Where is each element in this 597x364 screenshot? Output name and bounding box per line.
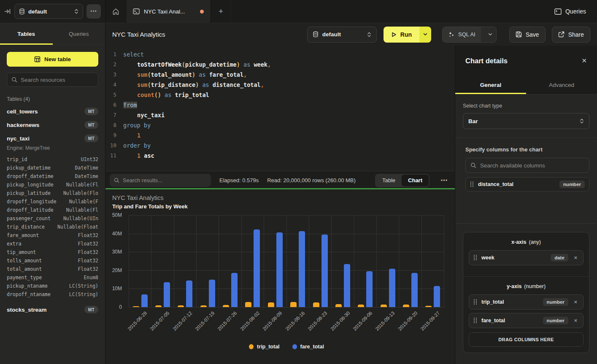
trip_total-bar[interactable]: [335, 304, 342, 307]
table-column-row: passenger_countNullable(UIn: [7, 214, 98, 223]
chip-name: trip_total: [481, 299, 539, 305]
column-name: pickup_datetime: [7, 164, 51, 172]
database-icon: [19, 8, 25, 15]
column-type: Enum8: [84, 273, 98, 282]
editor-line: 3sum(total_amount) as fare_total,: [105, 70, 455, 80]
table-row-hackernews[interactable]: hackernewsMT: [0, 118, 105, 132]
trip_total-bar[interactable]: [245, 302, 251, 307]
trip_total-bar[interactable]: [313, 302, 319, 307]
chip-type-badge: number: [543, 298, 568, 306]
remove-column-icon[interactable]: ✕: [573, 255, 579, 261]
sql-ai-options-button[interactable]: [485, 27, 496, 42]
chart-category-cell: [421, 215, 444, 307]
column-chip-distance_total[interactable]: distance_totalnumber: [465, 177, 589, 191]
remove-column-icon[interactable]: ✕: [573, 299, 579, 305]
queries-button[interactable]: Queries: [554, 8, 586, 15]
column-type: DateTime: [75, 164, 98, 172]
table-name: hackernews: [7, 122, 39, 128]
code-content: nyc_taxi: [123, 110, 165, 120]
line-number: 10: [105, 140, 123, 151]
column-name: dropoff_latitude: [7, 206, 54, 214]
token-kw: as: [195, 71, 209, 78]
bar-chart-plot[interactable]: 010M20M30M40M50M 2015-06-282015-07-05201…: [129, 215, 444, 307]
tab-advanced[interactable]: Advanced: [526, 76, 597, 94]
collapse-sidebar-icon[interactable]: [4, 8, 11, 15]
fare_total-bar[interactable]: [366, 271, 373, 307]
table-column-row: dropoff_ntanameLC(String): [7, 290, 98, 299]
tab-queries[interactable]: Queries: [53, 23, 105, 45]
y-axis-section: y-axis(number) trip_totalnumber✕fare_tot…: [463, 277, 589, 353]
drag-columns-dropzone[interactable]: DRAG COLUMNS HERE: [469, 332, 583, 347]
fare_total-bar[interactable]: [186, 280, 192, 307]
available-columns-list: distance_totalnumber: [465, 177, 589, 191]
fare_total-bar[interactable]: [141, 294, 148, 307]
chart-details-body: Select chart type Bar Specify columns fo…: [455, 94, 597, 364]
results-search-input[interactable]: [123, 177, 207, 183]
column-name: dropoff_datetime: [7, 172, 54, 181]
new-tab-button[interactable]: +: [211, 0, 231, 23]
chart-category-cell: [264, 215, 286, 307]
columns-search[interactable]: [465, 158, 589, 173]
query-header: NYC Taxi Analytics default Run: [105, 23, 597, 46]
terminal-icon: [133, 8, 140, 14]
fare_total-bar[interactable]: [321, 235, 328, 307]
run-button[interactable]: Run: [384, 27, 419, 43]
trip_total-bar[interactable]: [268, 302, 274, 307]
close-icon[interactable]: ✕: [581, 57, 587, 65]
column-type: LC(String): [69, 282, 98, 290]
chart-category-cell: [286, 215, 309, 307]
sidebar-search-input[interactable]: [21, 77, 94, 83]
save-button[interactable]: Save: [509, 27, 546, 43]
tab-tables[interactable]: Tables: [0, 23, 53, 45]
fare_total-bar[interactable]: [299, 231, 305, 307]
query-tab[interactable]: NYC Taxi Anal...: [126, 0, 211, 23]
column-name: extra: [7, 240, 22, 248]
sidebar-more-button[interactable]: •••: [86, 4, 101, 19]
tab-general[interactable]: General: [455, 76, 526, 94]
share-button[interactable]: Share: [552, 27, 590, 43]
fare_total-bar[interactable]: [276, 232, 283, 307]
sql-ai-button-group: SQL AI: [442, 27, 497, 43]
results-more-button[interactable]: •••: [438, 177, 451, 183]
unsaved-indicator-dot: [200, 10, 204, 13]
search-icon: [470, 162, 476, 168]
fare_total-bar[interactable]: [231, 273, 238, 307]
table-row-nyc_taxi[interactable]: nyc_taxiMT: [0, 132, 105, 145]
fare_total-bar[interactable]: [209, 280, 215, 307]
engine-badge: MT: [84, 108, 98, 115]
column-chip-trip_total[interactable]: trip_totalnumber✕: [469, 294, 583, 310]
column-type: Nullable(Fl: [66, 181, 98, 189]
legend-item-trip_total[interactable]: trip_total: [249, 344, 279, 350]
bar-group: [377, 269, 399, 307]
sql-ai-button[interactable]: SQL AI: [443, 27, 481, 42]
token-kw: as: [161, 92, 175, 98]
fare_total-bar[interactable]: [389, 269, 395, 307]
sidebar-search[interactable]: [7, 73, 98, 87]
column-chip-fare_total[interactable]: fare_totalnumber✕: [469, 313, 583, 328]
legend-item-fare_total[interactable]: fare_total: [292, 344, 324, 350]
trip_total-bar[interactable]: [290, 302, 297, 307]
fare_total-bar[interactable]: [344, 264, 350, 307]
chart-view-button[interactable]: Chart: [402, 175, 429, 186]
fare_total-bar[interactable]: [164, 282, 170, 307]
chart-category-cell: [331, 215, 354, 307]
table-view-button[interactable]: Table: [376, 175, 402, 186]
results-search[interactable]: [110, 174, 211, 187]
header-database-selector[interactable]: default: [307, 27, 377, 43]
home-button[interactable]: [105, 0, 126, 23]
run-options-button[interactable]: [419, 27, 431, 43]
sql-editor[interactable]: 1select2toStartOfWeek(pickup_datetime) a…: [105, 46, 455, 171]
database-selector[interactable]: default: [14, 4, 83, 19]
table-row-cell_towers[interactable]: cell_towersMT: [0, 105, 105, 118]
remove-column-icon[interactable]: ✕: [573, 318, 579, 324]
chart-type-select[interactable]: Bar: [463, 113, 589, 129]
columns-search-input[interactable]: [480, 162, 584, 169]
editor-line: 2toStartOfWeek(pickup_datetime) as week,: [105, 59, 455, 70]
table-row-stocks_stream[interactable]: stocks_streamMT: [0, 303, 105, 316]
fare_total-bar[interactable]: [411, 273, 418, 307]
column-chip-week[interactable]: weekdate✕: [469, 250, 583, 265]
fare_total-bar[interactable]: [434, 286, 440, 307]
fare_total-bar[interactable]: [254, 229, 260, 307]
sidebar-tabs: Tables Queries: [0, 23, 105, 45]
new-table-button[interactable]: New table: [7, 52, 98, 67]
